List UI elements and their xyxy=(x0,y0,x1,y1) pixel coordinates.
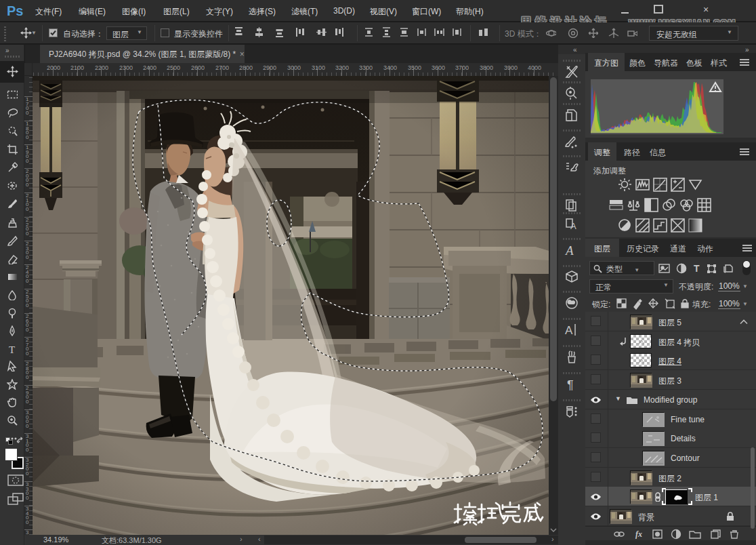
svg-text:¶: ¶ xyxy=(567,378,574,392)
svg-text:A: A xyxy=(570,221,576,231)
svg-text:T: T xyxy=(694,263,700,274)
svg-text:T: T xyxy=(9,344,15,355)
svg-text:fx: fx xyxy=(635,529,642,539)
svg-text:A: A xyxy=(564,243,574,258)
svg-text:A: A xyxy=(565,324,573,337)
